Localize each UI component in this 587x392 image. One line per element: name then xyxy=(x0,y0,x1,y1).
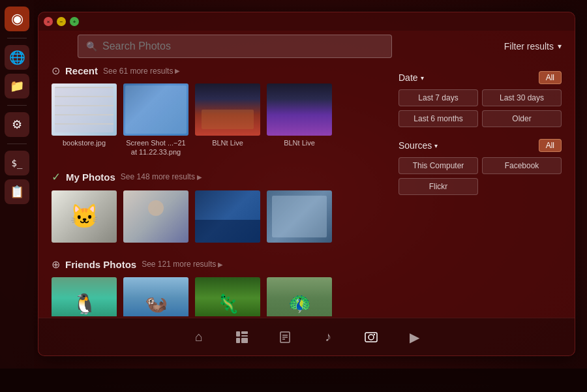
minimize-button[interactable]: − xyxy=(57,17,66,26)
sources-all-button[interactable]: All xyxy=(539,139,562,152)
sidebar: ◉ 🌐 📁 ⚙ $_ 📋 xyxy=(0,0,34,392)
date-filter-title: Date ▾ xyxy=(399,72,424,83)
svg-rect-2 xyxy=(241,335,248,337)
svg-rect-3 xyxy=(236,338,240,343)
maximize-button[interactable]: + xyxy=(70,17,79,26)
sidebar-item-settings[interactable]: ⚙ xyxy=(5,112,29,137)
recent-thumbnail-1 xyxy=(123,83,188,136)
myphotos-section-header: ✓ My Photos See 148 more results ▶ xyxy=(52,170,385,184)
myphotos-thumbnail-2 xyxy=(195,190,260,243)
svg-point-10 xyxy=(369,335,374,340)
sidebar-item-extra[interactable]: 📋 xyxy=(5,179,29,204)
recent-label-0: bookstore.jpg xyxy=(63,138,106,147)
recent-item-2[interactable]: BLNt Live xyxy=(195,83,260,157)
myphotos-thumbnail-3 xyxy=(267,190,332,243)
myphotos-more[interactable]: See 148 more results ▶ xyxy=(121,172,202,181)
friendsphotos-thumbnails: Penguins! Otters!! Ring-tailed Lemur Bab… xyxy=(52,277,385,316)
recent-title: Recent xyxy=(65,65,98,76)
flickr-button[interactable]: Flickr xyxy=(399,178,478,195)
recent-more[interactable]: See 61 more results ▶ xyxy=(103,67,180,76)
sources-filter-buttons: This Computer Facebook Flickr xyxy=(399,157,562,195)
sources-filter-section: Sources ▾ All This Computer Facebook Fli… xyxy=(399,139,562,195)
svg-rect-0 xyxy=(236,331,240,337)
filter-results-arrow[interactable]: ▾ xyxy=(558,42,562,51)
myphotos-item-0[interactable] xyxy=(52,190,117,245)
recent-label-3: BLNt Live xyxy=(284,138,315,147)
sources-filter-title: Sources ▾ xyxy=(399,140,438,151)
friendsphotos-thumbnail-0 xyxy=(52,277,117,316)
recent-more-arrow: ▶ xyxy=(175,67,180,74)
recent-thumbnail-3 xyxy=(267,83,332,136)
myphotos-item-1[interactable] xyxy=(123,190,188,245)
friendsphotos-thumbnail-1 xyxy=(123,277,188,316)
sidebar-item-logo[interactable]: ◉ xyxy=(5,7,29,31)
filter-results-label: Filter results xyxy=(504,41,554,52)
right-panel: Date ▾ All Last 7 days Last 30 days Last… xyxy=(392,65,568,316)
search-area: 🔍 xyxy=(78,32,392,61)
facebook-button[interactable]: Facebook xyxy=(482,157,562,174)
sidebar-item-browser[interactable]: 🌐 xyxy=(5,45,29,70)
myphotos-thumbnails xyxy=(52,190,385,245)
myphotos-section: ✓ My Photos See 148 more results ▶ xyxy=(52,170,385,245)
bottom-nav: ⌂ ♪ xyxy=(38,318,575,355)
friendsphotos-section-header: ⊕ Friends Photos See 121 more results ▶ xyxy=(52,258,385,271)
myphotos-item-3[interactable] xyxy=(267,190,332,245)
friendsphotos-item-1[interactable]: Otters!! xyxy=(123,277,188,316)
dash-window: × − + 🔍 Filter results ▾ Date ▾ xyxy=(38,12,575,356)
friendsphotos-icon: ⊕ xyxy=(52,258,60,271)
recent-label-2: BLNt Live xyxy=(212,138,243,147)
sidebar-divider-3 xyxy=(7,143,27,144)
recent-thumbnail-0 xyxy=(52,83,117,136)
recent-section-header: ⊙ Recent See 61 more results ▶ xyxy=(52,65,385,77)
myphotos-thumbnail-0 xyxy=(52,190,117,243)
date-filter-buttons: Last 7 days Last 30 days Last 6 months O… xyxy=(399,89,562,127)
sidebar-item-files[interactable]: 📁 xyxy=(5,74,29,98)
last-7-days-button[interactable]: Last 7 days xyxy=(399,89,478,106)
friendsphotos-more-arrow: ▶ xyxy=(218,261,223,268)
sources-filter-header: Sources ▾ All xyxy=(399,139,562,152)
friendsphotos-item-0[interactable]: Penguins! xyxy=(52,277,117,316)
recent-item-0[interactable]: bookstore.jpg xyxy=(52,83,117,157)
friendsphotos-more[interactable]: See 121 more results ▶ xyxy=(142,260,223,269)
myphotos-icon: ✓ xyxy=(52,170,61,184)
friendsphotos-thumbnail-3 xyxy=(267,277,332,316)
nav-home[interactable]: ⌂ xyxy=(187,325,211,349)
last-30-days-button[interactable]: Last 30 days xyxy=(482,89,562,106)
nav-music[interactable]: ♪ xyxy=(316,325,340,349)
svg-rect-4 xyxy=(241,338,248,343)
nav-files[interactable] xyxy=(273,325,297,349)
content-area: ⊙ Recent See 61 more results ▶ bookstore… xyxy=(38,65,392,316)
nav-apps[interactable] xyxy=(230,325,254,349)
taskbar xyxy=(0,369,587,392)
search-icon: 🔍 xyxy=(86,41,97,52)
myphotos-item-2[interactable] xyxy=(195,190,260,245)
friendsphotos-item-2[interactable]: Ring-tailed Lemur Babies! xyxy=(195,277,260,316)
recent-thumbnail-2 xyxy=(195,83,260,136)
sidebar-item-terminal[interactable]: $_ xyxy=(5,151,29,175)
nav-photos[interactable] xyxy=(359,325,383,349)
friendsphotos-section: ⊕ Friends Photos See 121 more results ▶ … xyxy=(52,258,385,316)
myphotos-title: My Photos xyxy=(66,172,115,183)
search-input[interactable] xyxy=(102,40,384,52)
svg-point-11 xyxy=(374,333,375,335)
recent-item-1[interactable]: Screen Shot ...−21 at 11.22.33.png xyxy=(123,83,188,157)
close-button[interactable]: × xyxy=(44,17,53,26)
filter-results-area: Filter results ▾ xyxy=(504,32,562,61)
myphotos-more-arrow: ▶ xyxy=(197,173,202,181)
this-computer-button[interactable]: This Computer xyxy=(399,157,478,174)
sidebar-divider xyxy=(7,38,27,38)
friendsphotos-title: Friends Photos xyxy=(65,259,136,270)
date-all-button[interactable]: All xyxy=(539,71,562,84)
recent-item-3[interactable]: BLNt Live xyxy=(267,83,332,157)
svg-rect-9 xyxy=(365,333,377,342)
search-box[interactable]: 🔍 xyxy=(78,35,392,58)
recent-icon: ⊙ xyxy=(52,65,60,77)
friendsphotos-item-3[interactable]: Peacock! (and disgruntled ducks!) xyxy=(267,277,332,316)
last-6-months-button[interactable]: Last 6 months xyxy=(399,110,478,127)
sidebar-divider-2 xyxy=(7,105,27,106)
older-button[interactable]: Older xyxy=(482,110,562,127)
nav-video[interactable]: ▶ xyxy=(402,325,426,349)
friendsphotos-thumbnail-2 xyxy=(195,277,260,316)
window-controls: × − + xyxy=(38,12,575,31)
svg-rect-1 xyxy=(241,331,248,334)
